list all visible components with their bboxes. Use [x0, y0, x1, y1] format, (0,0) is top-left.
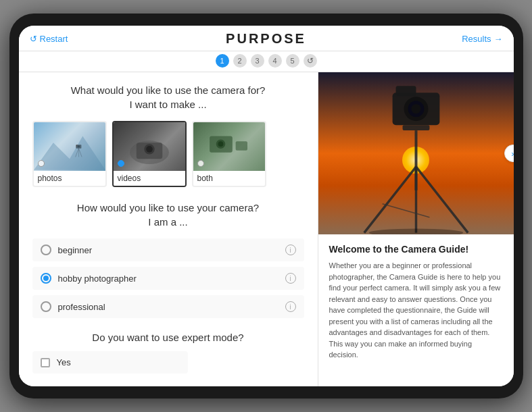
- option-photos[interactable]: photos: [32, 121, 107, 187]
- tripod-svg: [318, 72, 514, 234]
- hobby-radio: [41, 273, 51, 284]
- progress-step-3[interactable]: 3: [251, 54, 264, 68]
- welcome-text: Whether you are a beginner or profession…: [329, 260, 503, 361]
- svg-point-9: [146, 146, 153, 153]
- expert-section: Do you want to use expert mode? Yes: [32, 332, 304, 374]
- expert-checkbox[interactable]: [41, 358, 50, 367]
- expert-checkbox-option[interactable]: Yes: [32, 351, 188, 374]
- professional-info-icon[interactable]: i: [285, 301, 296, 312]
- photos-dot: [38, 160, 45, 167]
- progress-step-2[interactable]: 2: [233, 54, 247, 68]
- beginner-label: beginner: [58, 245, 93, 255]
- expert-title: Do you want to use expert mode?: [32, 332, 304, 343]
- photos-label: photos: [34, 171, 105, 186]
- svg-point-12: [218, 141, 223, 147]
- results-button[interactable]: Results →: [456, 34, 503, 44]
- welcome-title: Welcome to the Camera Guide!: [329, 244, 503, 255]
- option-videos[interactable]: videos: [112, 121, 187, 187]
- results-arrow-icon: →: [494, 34, 503, 44]
- image-options: photos: [32, 121, 304, 187]
- option-professional[interactable]: professional i: [32, 295, 304, 318]
- camera-image: ›: [318, 72, 514, 234]
- restart-button[interactable]: ↺ Restart: [30, 34, 77, 44]
- option-hobby[interactable]: hobby photographer i: [32, 267, 304, 290]
- progress-refresh[interactable]: ↺: [304, 54, 317, 68]
- hobby-info-icon[interactable]: i: [285, 273, 296, 284]
- left-panel: What would you like to use the camera fo…: [19, 72, 318, 386]
- main-content: What would you like to use the camera fo…: [19, 72, 514, 386]
- svg-line-24: [382, 204, 429, 217]
- restart-icon: ↺: [30, 34, 37, 44]
- question1-title: What would you like to use the camera fo…: [32, 83, 304, 111]
- beginner-radio: [41, 244, 51, 255]
- beginner-info-icon[interactable]: i: [285, 244, 296, 255]
- svg-point-18: [411, 104, 420, 113]
- welcome-box: Welcome to the Camera Guide! Whether you…: [318, 234, 514, 386]
- svg-line-21: [364, 167, 416, 233]
- expert-checkbox-label: Yes: [57, 357, 71, 367]
- tablet-screen: ↺ Restart PURPOSE Results → 1 2 3 4 5 ↺: [19, 26, 514, 386]
- videos-label: videos: [114, 171, 185, 186]
- both-label: both: [193, 171, 265, 186]
- progress-step-1[interactable]: 1: [216, 54, 229, 68]
- professional-label: professional: [58, 302, 105, 312]
- question2-title: How would you like to use your camera? I…: [32, 201, 304, 229]
- right-panel: › Welcome to the Camera Guide! Whether y…: [318, 72, 514, 386]
- progress-bar: 1 2 3 4 5 ↺: [19, 51, 514, 72]
- page-title: PURPOSE: [77, 31, 456, 47]
- svg-rect-19: [402, 125, 429, 130]
- option-both[interactable]: both: [192, 121, 266, 187]
- tablet-frame: ↺ Restart PURPOSE Results → 1 2 3 4 5 ↺: [9, 14, 523, 398]
- restart-label: Restart: [40, 34, 68, 44]
- option-beginner[interactable]: beginner i: [32, 238, 304, 261]
- progress-step-4[interactable]: 4: [268, 54, 282, 68]
- professional-radio: [41, 301, 51, 312]
- videos-dot: [118, 160, 124, 167]
- radio-options: beginner i hobby photographer i: [32, 238, 304, 318]
- hobby-label: hobby photographer: [58, 274, 137, 284]
- svg-line-23: [416, 167, 468, 233]
- header: ↺ Restart PURPOSE Results →: [19, 26, 514, 51]
- svg-rect-13: [235, 141, 247, 150]
- svg-rect-15: [395, 86, 416, 96]
- svg-point-25: [368, 229, 463, 234]
- results-label: Results: [462, 34, 491, 44]
- progress-step-5[interactable]: 5: [286, 54, 299, 68]
- both-dot: [197, 160, 204, 167]
